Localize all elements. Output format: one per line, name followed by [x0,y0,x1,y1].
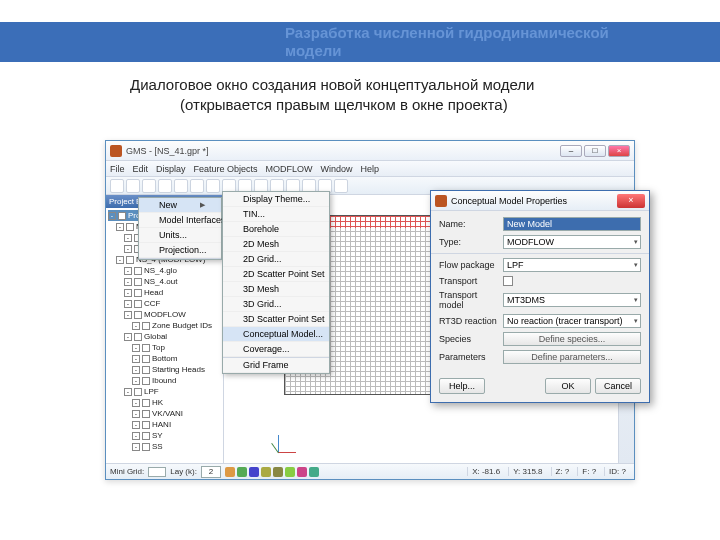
toolbar-button[interactable] [190,179,204,193]
minigrid-swatch[interactable] [148,467,166,477]
dialog-checkbox[interactable] [503,276,513,286]
context-sub-item[interactable]: Grid Frame [223,358,329,373]
context-sub-item[interactable]: 3D Scatter Point Set [223,312,329,327]
tree-node[interactable]: -HK [108,397,221,408]
maximize-button[interactable]: □ [584,145,606,157]
context-sub-item[interactable]: 2D Grid... [223,252,329,267]
context-submenu[interactable]: Display Theme...TIN...Borehole2D Mesh2D … [222,191,330,374]
tree-node[interactable]: -Ibound [108,375,221,386]
tree-node[interactable]: -SS [108,441,221,452]
banner-title-2: модели [285,42,720,60]
type-combo[interactable]: MODFLOW [503,235,641,249]
context-sub-item[interactable]: 2D Scatter Point Set [223,267,329,282]
toolbar-button[interactable] [110,179,124,193]
cancel-button[interactable]: Cancel [595,378,641,394]
context-sub-item[interactable]: Conceptual Model... [223,327,329,342]
menubar[interactable]: FileEditDisplayFeature ObjectsMODFLOWWin… [106,161,634,177]
dialog-combo[interactable]: No reaction (tracer transport) [503,314,641,328]
dialog-icon [435,195,447,207]
tree-node[interactable]: -Top [108,342,221,353]
tree-node[interactable]: -NS_4.glo [108,265,221,276]
minigrid-label: Mini Grid: [110,467,144,476]
toolbar-button[interactable] [126,179,140,193]
dialog-combo[interactable]: MT3DMS [503,293,641,307]
dialog-title: Conceptual Model Properties [451,196,567,206]
context-sub-item[interactable]: 2D Mesh [223,237,329,252]
status-swatch[interactable] [249,467,259,477]
status-swatch[interactable] [273,467,283,477]
context-sub-item[interactable]: Borehole [223,222,329,237]
status-swatch[interactable] [297,467,307,477]
dialog-titlebar[interactable]: Conceptual Model Properties × [431,191,649,211]
description: Диалоговое окно создания новой концептуа… [130,75,534,114]
context-sub-item[interactable]: 3D Mesh [223,282,329,297]
status-swatch[interactable] [309,467,319,477]
dialog-action-button[interactable]: Define species... [503,332,641,346]
dialog-action-button[interactable]: Define parameters... [503,350,641,364]
status-f: F: ? [577,467,600,476]
dialog-close-button[interactable]: × [617,194,645,208]
toolbar-button[interactable] [142,179,156,193]
lay-label: Lay (k): [170,467,197,476]
context-item[interactable]: Model Interfaces... [139,213,221,228]
menu-help[interactable]: Help [361,164,380,174]
dialog-row-label: Species [439,334,503,344]
app-icon [110,145,122,157]
status-x: X: -81.6 [467,467,504,476]
tree-node[interactable]: -Head [108,287,221,298]
tree-node[interactable]: -CCF [108,298,221,309]
tree-node[interactable]: -HANI [108,419,221,430]
context-sub-item[interactable]: Coverage... [223,342,329,357]
context-sub-item[interactable]: 3D Grid... [223,297,329,312]
dialog-combo[interactable]: LPF [503,258,641,272]
conceptual-model-dialog: Conceptual Model Properties × Name: New … [430,190,650,403]
menu-edit[interactable]: Edit [133,164,149,174]
tree-node[interactable]: -VK/VANI [108,408,221,419]
toolbar-button[interactable] [174,179,188,193]
ok-button[interactable]: OK [545,378,591,394]
toolbar-button[interactable] [206,179,220,193]
status-swatch[interactable] [237,467,247,477]
context-menu[interactable]: New▶Model Interfaces...Units...Projectio… [138,197,222,260]
status-z: Z: ? [551,467,574,476]
minimize-button[interactable]: – [560,145,582,157]
status-y: Y: 315.8 [508,467,546,476]
name-input[interactable]: New Model [503,217,641,231]
app-titlebar[interactable]: GMS - [NS_41.gpr *] – □ × [106,141,634,161]
close-button[interactable]: × [608,145,630,157]
tree-node[interactable]: -LPF [108,386,221,397]
description-line1: Диалоговое окно создания новой концептуа… [130,75,534,95]
context-sub-item[interactable]: Display Theme... [223,192,329,207]
menu-file[interactable]: File [110,164,125,174]
menu-display[interactable]: Display [156,164,186,174]
toolbar-button[interactable] [334,179,348,193]
toolbar-button[interactable] [158,179,172,193]
status-swatch[interactable] [225,467,235,477]
status-swatch[interactable] [261,467,271,477]
tree-node[interactable]: -Starting Heads [108,364,221,375]
status-swatch[interactable] [285,467,295,477]
context-sub-item[interactable]: TIN... [223,207,329,222]
tree-node[interactable]: -SY [108,430,221,441]
lay-spinner[interactable]: 2 [201,466,221,478]
app-title: GMS - [NS_41.gpr *] [126,146,209,156]
dialog-row-label: Flow package [439,260,503,270]
tree-node[interactable]: -Global [108,331,221,342]
context-item[interactable]: Projection... [139,243,221,258]
context-item[interactable]: Units... [139,228,221,243]
menu-modflow[interactable]: MODFLOW [266,164,313,174]
tree-node[interactable]: -MODFLOW [108,309,221,320]
menu-feature-objects[interactable]: Feature Objects [194,164,258,174]
name-label: Name: [439,219,503,229]
type-label: Type: [439,237,503,247]
dialog-row-label: Parameters [439,352,503,362]
statusbar: Mini Grid: Lay (k): 2 X: -81.6 Y: 315.8 … [106,463,634,479]
context-item[interactable]: New▶ [139,198,221,213]
slide-banner: Разработка численной гидродинамической м… [0,22,720,62]
help-button[interactable]: Help... [439,378,485,394]
tree-node[interactable]: -Bottom [108,353,221,364]
dialog-row-label: Transport [439,276,503,286]
menu-window[interactable]: Window [321,164,353,174]
tree-node[interactable]: -Zone Budget IDs [108,320,221,331]
tree-node[interactable]: -NS_4.out [108,276,221,287]
